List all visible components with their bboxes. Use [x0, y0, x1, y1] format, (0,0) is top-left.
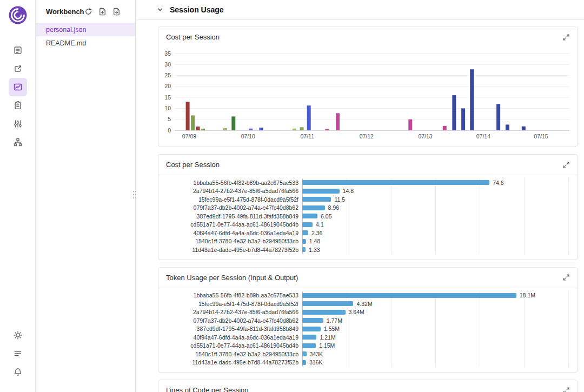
bar-area: 18.1M	[302, 292, 568, 298]
document-form-icon	[13, 45, 23, 55]
session-id-label: 1540c1ff-3780-4e32-b3a2-b294950f33cb	[167, 351, 302, 357]
x-tick-label: 07/15	[534, 133, 548, 139]
session-id-label: 079f7a37-db2b-4002-a74a-e47fc40d8b62	[167, 317, 302, 324]
bar	[302, 360, 306, 365]
bar-value: 4.1	[316, 221, 324, 228]
activity-bar	[0, 0, 36, 392]
y-tick-label: 25	[164, 72, 171, 78]
bar	[470, 69, 474, 130]
chart-row: 1540c1ff-3780-4e32-b3a2-b294950f33cb343K	[167, 350, 568, 358]
x-tick-label: 07/12	[360, 133, 374, 139]
bar	[302, 335, 316, 340]
spiral-logo-icon	[8, 5, 28, 25]
bar	[336, 113, 340, 130]
y-tick-label: 15	[164, 94, 171, 101]
expand-chart-button[interactable]	[563, 387, 569, 392]
bar-area: 1.48	[302, 238, 568, 244]
refresh-button[interactable]	[84, 8, 92, 16]
settings-button[interactable]	[9, 326, 27, 344]
new-file-button[interactable]	[98, 8, 107, 16]
bar	[408, 119, 412, 130]
panel-resize-handle[interactable]	[132, 190, 137, 200]
usage-panel-button[interactable]	[9, 78, 27, 96]
chart-row: 2a794b14-27b2-437e-85f6-a5dad76fa56614.8	[167, 187, 568, 196]
token-usage-chart: 1bbaba55-56fb-4f82-b89b-aa2c675ae53318.1…	[158, 288, 577, 373]
evaluations-panel-button[interactable]	[9, 96, 27, 115]
bar-area: 2.36	[302, 230, 568, 236]
bar	[302, 239, 306, 244]
bar-chart-canvas: 0510152025303507/0907/1007/1107/1207/130…	[163, 49, 573, 142]
bar	[231, 116, 235, 130]
bar-area: 1.55M	[302, 325, 568, 332]
bar-area: 1.77M	[302, 317, 568, 324]
file-name: README.md	[46, 39, 86, 47]
bar-value: 18.1M	[520, 292, 535, 298]
card-title: Cost per Session	[166, 161, 220, 169]
cost-over-time-chart: 0510152025303507/0907/1007/1107/1207/130…	[158, 47, 577, 147]
notifications-button[interactable]	[9, 363, 27, 381]
bar	[443, 126, 447, 130]
gridline	[568, 178, 569, 254]
file-item-personal-json[interactable]: personal.json	[36, 23, 135, 36]
bar-value: 14.8	[343, 188, 354, 194]
chart-row: 1540c1ff-3780-4e32-b3a2-b294950f33cb1.48	[167, 237, 568, 246]
hierarchy-panel-button[interactable]	[9, 133, 27, 151]
bar-area: 11.5	[302, 196, 568, 203]
bar-value: 316K	[309, 359, 323, 366]
expand-chart-button[interactable]	[563, 34, 569, 41]
app-logo[interactable]	[8, 5, 28, 25]
y-tick-label: 20	[164, 83, 171, 89]
card-header: Cost per Session	[158, 155, 577, 175]
bar	[186, 102, 190, 130]
bar	[307, 105, 311, 130]
bar	[302, 205, 325, 210]
chart-row: 2a794b14-27b2-437e-85f6-a5dad76fa5663.64…	[167, 308, 568, 317]
bar	[302, 301, 353, 306]
chart-row: 079f7a37-db2b-4002-a74a-e47fc40d8b621.77…	[167, 316, 568, 325]
form-panel-button[interactable]	[9, 41, 27, 59]
expand-chart-button[interactable]	[563, 162, 569, 168]
cost-per-session-chart: 1bbaba55-56fb-4f82-b89b-aa2c675ae53374.6…	[158, 175, 577, 260]
bar-area: 316K	[302, 359, 568, 366]
bar	[302, 293, 516, 298]
chart-row: 40f94a47-6dfd-4a4a-a6dc-036a1eda4a192.36	[167, 229, 568, 237]
bar	[302, 230, 308, 235]
expand-icon	[563, 274, 569, 281]
session-id-label: 079f7a37-db2b-4002-a74a-e47fc40d8b62	[167, 204, 302, 211]
usage-chart-icon	[13, 82, 23, 92]
bar	[196, 127, 200, 130]
bar-value: 1.48	[309, 238, 320, 244]
bar-value: 8.96	[328, 204, 339, 211]
bar-value: 1.33	[309, 247, 320, 253]
gridline	[568, 291, 569, 367]
session-id-label: 11d43a1e-dadc-495e-b7d8-44a78273f52b	[167, 247, 302, 253]
x-tick-label: 07/13	[418, 133, 432, 139]
hierarchy-icon	[13, 137, 23, 147]
refresh-icon	[84, 8, 92, 16]
chart-row: cd551a71-0e77-44aa-ac61-48619045bd4b4.1	[167, 221, 568, 229]
card-header: Token Usage per Session (Input & Output)	[158, 268, 577, 288]
open-file-button[interactable]	[112, 8, 121, 16]
expand-chart-button[interactable]	[563, 274, 569, 281]
session-id-label: 11d43a1e-dadc-495e-b7d8-44a78273f52b	[167, 359, 302, 366]
main-content: Session Usage Cost per Session 051015202…	[136, 0, 584, 392]
bar-value: 3.64M	[349, 309, 364, 315]
bar	[461, 108, 465, 130]
card-title: Cost per Session	[166, 33, 220, 41]
bar	[452, 95, 456, 130]
chart-row: 1bbaba55-56fb-4f82-b89b-aa2c675ae53318.1…	[167, 291, 568, 300]
file-item-readme-md[interactable]: README.md	[36, 36, 135, 50]
collapse-section-button[interactable]	[157, 6, 163, 13]
bar-area: 8.96	[302, 204, 568, 211]
card-header: Lines of Code per Session	[158, 380, 577, 392]
session-id-label: 2a794b14-27b2-437e-85f6-a5dad76fa566	[167, 309, 302, 315]
export-panel-button[interactable]	[9, 59, 27, 78]
list-lines-icon	[13, 349, 23, 358]
file-arrow-icon	[112, 8, 121, 16]
clipboard-checklist-icon	[13, 101, 23, 110]
bar	[496, 104, 500, 130]
chart-row: 387ed9df-1795-49fa-811d-3fafd358b8491.55…	[167, 325, 568, 334]
logs-button[interactable]	[9, 344, 27, 363]
settings-sliders-panel-button[interactable]	[9, 115, 27, 133]
chart-card-cost-per-session: Cost per Session 1bbaba55-56fb-4f82-b89b…	[158, 154, 578, 260]
